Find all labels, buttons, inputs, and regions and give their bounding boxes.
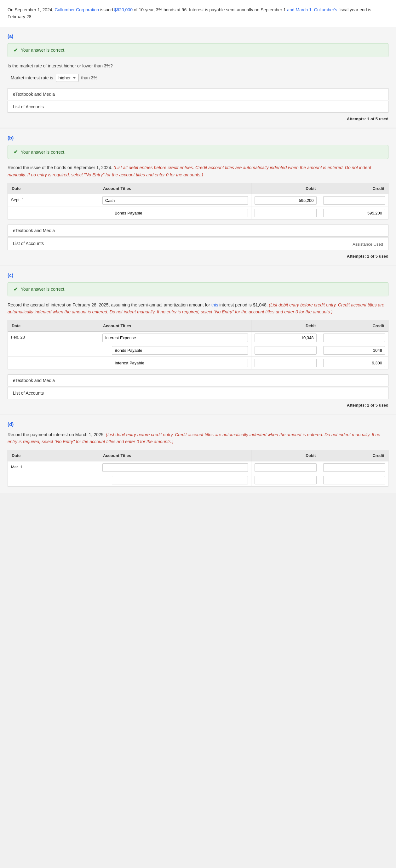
table-row-c3 <box>8 356 389 369</box>
utility-links-a: eTextbook and Media List of Accounts <box>7 88 389 113</box>
market-rate-dropdown[interactable]: higher lower <box>56 74 79 82</box>
debit-cell-b1 <box>251 194 320 207</box>
utility-links-b: eTextbook and Media List of Accounts Ass… <box>7 224 389 250</box>
account-input-d1[interactable] <box>102 463 248 472</box>
credit-cell-c2 <box>320 344 388 356</box>
th-account-c: Account Titles <box>99 320 251 331</box>
th-date-d: Date <box>8 450 99 461</box>
th-debit-d: Debit <box>251 450 320 461</box>
journal-table-c: Date Account Titles Debit Credit Feb. 28 <box>7 320 389 369</box>
debit-cell-d2 <box>251 474 320 486</box>
credit-input-b1[interactable] <box>323 196 385 205</box>
credit-cell-c3 <box>320 356 388 369</box>
account-input-c2[interactable] <box>112 346 248 354</box>
debit-input-c1[interactable] <box>254 334 316 342</box>
journal-table-b: Date Account Titles Debit Credit Sept. 1 <box>7 183 389 219</box>
after-text: than 3%. <box>81 75 99 80</box>
table-d-header-row: Date Account Titles Debit Credit <box>8 450 389 461</box>
date-cell-d2 <box>8 474 99 486</box>
etextbook-link-b[interactable]: eTextbook and Media <box>7 224 389 237</box>
section-c-label: (c) <box>7 273 389 278</box>
market-rate-row: Market interest rate is higher lower tha… <box>11 74 389 82</box>
name-highlight2: Cullumber's <box>314 7 337 12</box>
debit-input-c3[interactable] <box>254 359 316 367</box>
list-of-accounts-link-a[interactable]: List of Accounts <box>7 101 389 113</box>
th-credit-d: Credit <box>320 450 388 461</box>
debit-cell-c1 <box>251 331 320 344</box>
market-rate-label: Market interest rate is <box>11 75 53 80</box>
correct-banner-a: ✔ Your answer is correct. <box>7 43 389 57</box>
check-icon-b: ✔ <box>13 149 18 155</box>
section-a: (a) ✔ Your answer is correct. Is the mar… <box>0 27 396 128</box>
th-account-d: Account Titles <box>99 450 251 461</box>
th-date-b: Date <box>8 183 99 194</box>
table-row-b1: Sept. 1 <box>8 194 389 207</box>
amount-highlight: $620,000 <box>114 7 133 12</box>
company-highlight: Cullumber Corporation <box>55 7 99 12</box>
credit-cell-d2 <box>320 474 388 486</box>
th-credit-b: Credit <box>320 183 388 194</box>
date-cell-d1: Mar. 1 <box>8 461 99 474</box>
credit-input-c1[interactable] <box>323 334 385 342</box>
correct-message-b: Your answer is correct. <box>21 150 65 155</box>
section-b: (b) ✔ Your answer is correct. Record the… <box>0 129 396 265</box>
date-highlight: and March 1 <box>287 7 311 12</box>
journal-table-d: Date Account Titles Debit Credit Mar. 1 <box>7 450 389 487</box>
credit-cell-b1 <box>320 194 388 207</box>
etextbook-link-c[interactable]: eTextbook and Media <box>7 374 389 386</box>
correct-message-a: Your answer is correct. <box>21 48 65 53</box>
table-row-c2 <box>8 344 389 356</box>
question-c-main: Record the accrual of interest on Februa… <box>7 302 269 307</box>
section-d: (d) Record the payment of interest on Ma… <box>0 415 396 493</box>
credit-cell-c1 <box>320 331 388 344</box>
question-a: Is the market rate of interest higher or… <box>7 62 389 69</box>
table-row-d2 <box>8 474 389 486</box>
date-cell-c3 <box>8 356 99 369</box>
table-row-b2 <box>8 207 389 219</box>
credit-cell-b2 <box>320 207 388 219</box>
attempts-a: Attempts: 1 of 5 used <box>7 117 389 121</box>
credit-input-b2[interactable] <box>323 209 385 217</box>
debit-cell-d1 <box>251 461 320 474</box>
table-row-c1: Feb. 28 <box>8 331 389 344</box>
list-of-accounts-b-label: List of Accounts <box>13 241 44 246</box>
th-debit-b: Debit <box>251 183 320 194</box>
debit-input-d2[interactable] <box>254 476 316 485</box>
account-input-b1[interactable] <box>102 196 248 205</box>
account-cell-c3 <box>99 356 251 369</box>
problem-statement: On September 1, 2024, Cullumber Corporat… <box>0 0 396 27</box>
check-icon-a: ✔ <box>13 47 18 53</box>
account-input-d2[interactable] <box>112 476 248 485</box>
debit-cell-b2 <box>251 207 320 219</box>
account-cell-d1 <box>99 461 251 474</box>
credit-input-c3[interactable] <box>323 359 385 367</box>
debit-input-c2[interactable] <box>254 346 316 354</box>
account-input-c1[interactable] <box>102 334 248 342</box>
list-of-accounts-link-b[interactable]: List of Accounts Assistance Used <box>7 237 389 250</box>
etextbook-link-a[interactable]: eTextbook and Media <box>7 88 389 100</box>
debit-input-d1[interactable] <box>254 463 316 472</box>
debit-input-b1[interactable] <box>254 196 316 205</box>
correct-message-c: Your answer is correct. <box>21 287 65 292</box>
debit-input-b2[interactable] <box>254 209 316 217</box>
credit-input-d2[interactable] <box>323 476 385 485</box>
debit-cell-c3 <box>251 356 320 369</box>
table-c-header-row: Date Account Titles Debit Credit <box>8 320 389 331</box>
credit-cell-d1 <box>320 461 388 474</box>
correct-banner-c: ✔ Your answer is correct. <box>7 282 389 297</box>
assistance-used-b: Assistance Used <box>353 242 383 247</box>
section-c: (c) ✔ Your answer is correct. Record the… <box>0 266 396 414</box>
question-b-main: Record the issue of the bonds on Septemb… <box>7 165 114 170</box>
credit-input-c2[interactable] <box>323 346 385 354</box>
account-input-c3[interactable] <box>112 359 248 367</box>
question-d: Record the payment of interest on March … <box>7 431 389 445</box>
credit-input-d1[interactable] <box>323 463 385 472</box>
table-b-header-row: Date Account Titles Debit Credit <box>8 183 389 194</box>
th-debit-c: Debit <box>251 320 320 331</box>
list-of-accounts-link-c[interactable]: List of Accounts <box>7 387 389 399</box>
question-b: Record the issue of the bonds on Septemb… <box>7 164 389 178</box>
debit-cell-c2 <box>251 344 320 356</box>
account-input-b2[interactable] <box>112 209 248 217</box>
account-cell-c1 <box>99 331 251 344</box>
th-credit-c: Credit <box>320 320 388 331</box>
